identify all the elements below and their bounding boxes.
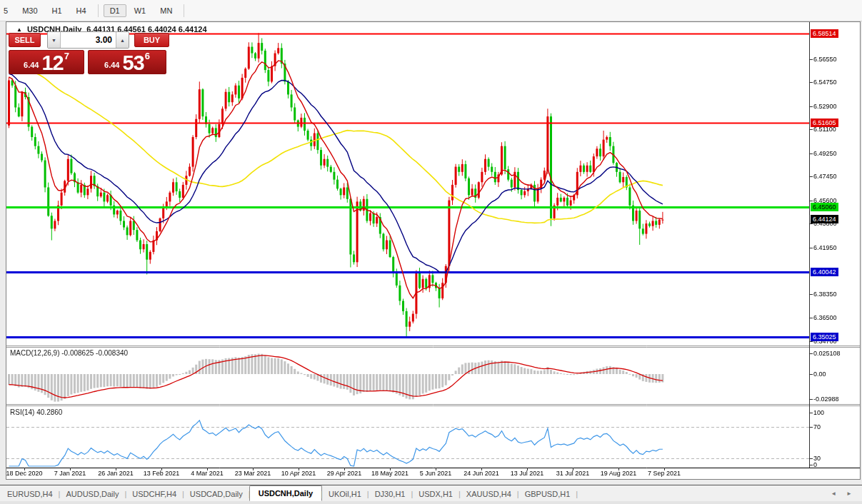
bid-price-button[interactable]: 6.44 12 7 — [9, 50, 84, 74]
buy-button[interactable]: BUY — [134, 33, 169, 47]
date-axis-tick: 7 Jan 2021 — [54, 470, 86, 477]
tab-separator: | — [576, 490, 578, 498]
tab-gbpusd-h1[interactable]: GBPUSD,H1 — [518, 488, 578, 500]
macd-axis-tick: -0.02988 — [813, 395, 839, 403]
chart-canvas[interactable] — [6, 22, 860, 479]
ask-price-point: 6 — [145, 51, 150, 61]
price-axis-tick: 6.54750 — [813, 79, 837, 86]
level-price-badge-blue: 6.40042 — [811, 268, 838, 276]
timeframe-button-5[interactable]: 5 — [0, 4, 14, 17]
date-axis-tick: 18 Dec 2020 — [6, 470, 42, 477]
rsi-axis-tick: 0 — [813, 461, 817, 468]
rsi-axis-tick: 70 — [813, 423, 821, 430]
volume-increase-button[interactable]: ▲ — [116, 32, 129, 48]
ask-price-pips: 53 — [122, 54, 144, 72]
tab-ukoil-h1[interactable]: UKOil,H1 — [321, 488, 369, 500]
date-axis-tick: 5 Jun 2021 — [420, 470, 452, 477]
tab-scroll-left-icon[interactable]: ◄ — [831, 490, 836, 497]
date-axis-tick: 29 Apr 2021 — [327, 470, 362, 477]
bid-price-point: 7 — [64, 51, 69, 61]
tab-usdx-h1[interactable]: USDX,H1 — [411, 488, 460, 500]
status-strip — [0, 501, 862, 504]
level-price-badge-green: 6.45060 — [811, 203, 838, 211]
tab-audusd-daily[interactable]: AUDUSD,Daily — [59, 488, 126, 500]
chart-tab-bar: EURUSD,H4|AUDUSD,Daily|USDCHF,H4|USDCAD,… — [0, 485, 862, 502]
price-axis-tick: 6.36500 — [813, 314, 837, 321]
sell-button[interactable]: SELL — [9, 33, 41, 47]
date-axis-tick: 24 Jun 2021 — [463, 470, 499, 477]
tab-dj30-h1[interactable]: DJ30,H1 — [368, 488, 413, 500]
one-click-trade-panel: SELL ▼ 3.00 ▲ BUY 6.44 12 7 6.44 53 6 — [9, 31, 169, 74]
date-axis-tick: 26 Jan 2021 — [98, 470, 134, 477]
toolbar-separator — [98, 4, 99, 17]
level-price-badge-red: 6.51605 — [811, 119, 838, 127]
date-axis-tick: 13 Feb 2021 — [144, 470, 180, 477]
date-axis-tick: 10 Apr 2021 — [281, 470, 316, 477]
date-axis-tick: 13 Jul 2021 — [511, 470, 544, 477]
rsi-indicator-label: RSI(14) 40.2860 — [10, 408, 62, 416]
toolbar-separator — [184, 4, 184, 17]
timeframe-button-d1[interactable]: D1 — [104, 4, 126, 17]
bid-price-pips: 12 — [41, 54, 63, 72]
date-axis-tick: 31 Jul 2021 — [556, 470, 590, 477]
timeframe-button-m30[interactable]: M30 — [16, 4, 44, 17]
macd-indicator-label: MACD(12,26,9) -0.008625 -0.008340 — [10, 349, 128, 357]
timeframe-button-h1[interactable]: H1 — [46, 4, 69, 17]
tab-scroll-arrows: ◄► — [831, 490, 852, 497]
current-price-badge: 6.44124 — [811, 215, 838, 223]
date-axis-tick: 4 Mar 2021 — [191, 470, 224, 477]
bid-price-prefix: 6.44 — [24, 61, 39, 69]
timeframe-button-w1[interactable]: W1 — [128, 4, 153, 17]
tab-scroll-right-icon[interactable]: ► — [846, 490, 852, 497]
date-axis-tick: 7 Sep 2021 — [648, 470, 681, 477]
macd-axis-tick: 0.025108 — [813, 350, 841, 357]
rsi-axis-tick: 100 — [813, 409, 824, 416]
price-axis-tick: 6.49250 — [813, 150, 837, 157]
timeframe-toolbar: 5M30H1H4D1W1MN — [0, 0, 862, 21]
price-axis-tick: 6.38350 — [813, 291, 837, 298]
volume-decrease-button[interactable]: ▼ — [48, 32, 61, 48]
macd-axis-tick: 0.00 — [813, 371, 826, 378]
price-axis-tick: 6.56550 — [813, 56, 837, 63]
level-price-badge-red: 6.58514 — [811, 29, 838, 38]
level-price-badge-blue: 6.35025 — [811, 333, 838, 341]
date-axis-tick: 18 May 2021 — [371, 470, 409, 477]
ask-price-button[interactable]: 6.44 53 6 — [88, 50, 166, 74]
volume-spinner: ▼ 3.00 ▲ — [47, 31, 129, 49]
tab-usdcnh-daily[interactable]: USDCNH,Daily — [249, 485, 322, 501]
tab-xauusd-h4[interactable]: XAUUSD,H4 — [459, 488, 518, 500]
tab-eurusd-h4[interactable]: EURUSD,H4 — [0, 488, 60, 500]
timeframe-button-h4[interactable]: H4 — [70, 4, 93, 17]
tab-usdcad-daily[interactable]: USDCAD,Daily — [183, 488, 250, 500]
chart-window: ▲ USDCNH,Daily 6.44131 6.44561 6.44024 6… — [6, 21, 861, 480]
price-axis-tick: 6.52900 — [813, 103, 837, 110]
tab-usdchf-h4[interactable]: USDCHF,H4 — [125, 488, 184, 500]
ask-price-prefix: 6.44 — [104, 61, 119, 69]
volume-input[interactable]: 3.00 — [61, 32, 116, 48]
timeframe-button-mn[interactable]: MN — [154, 4, 179, 17]
price-axis-tick: 6.41950 — [813, 244, 837, 251]
date-axis-tick: 23 Mar 2021 — [235, 470, 271, 477]
price-axis-tick: 6.47450 — [813, 173, 837, 180]
date-axis-tick: 19 Aug 2021 — [601, 470, 637, 477]
